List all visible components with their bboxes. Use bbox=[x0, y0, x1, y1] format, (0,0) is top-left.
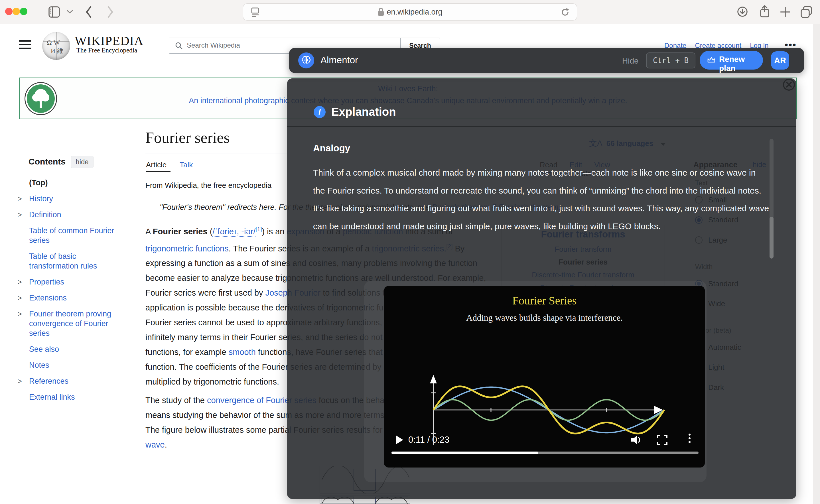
share-icon[interactable] bbox=[759, 5, 770, 19]
sidebar-item-label[interactable]: Definition bbox=[29, 210, 61, 219]
renew-plan-label: Renew plan bbox=[719, 55, 763, 73]
video-progress-fill bbox=[391, 452, 538, 454]
video-time: 0:11 / 0:23 bbox=[408, 435, 449, 445]
panel-scrollbar-thumb[interactable] bbox=[770, 217, 774, 259]
reload-icon[interactable] bbox=[560, 7, 570, 17]
explanation-section-heading: Analogy bbox=[313, 143, 350, 154]
sidebar-item-see-also[interactable]: See also bbox=[18, 344, 126, 354]
lock-icon bbox=[377, 8, 384, 16]
sidebar-item-label[interactable]: Table of common Fourier series bbox=[29, 226, 114, 245]
article-link[interactable]: trigonometric functions bbox=[145, 244, 229, 253]
expand-chevron-icon[interactable]: > bbox=[18, 277, 22, 287]
article-link[interactable]: [1] bbox=[255, 226, 262, 232]
contents-heading: Contents bbox=[29, 157, 66, 166]
expand-chevron-icon[interactable]: > bbox=[18, 309, 22, 319]
sidebar-item-label[interactable]: External links bbox=[29, 393, 75, 401]
video-menu-icon[interactable] bbox=[689, 434, 691, 443]
almentor-logo bbox=[298, 52, 314, 68]
pronunciation-link[interactable]: /ˈfʊrieɪ, -iər/ bbox=[212, 227, 255, 237]
sidebar-item-table-of-common-fourier-series[interactable]: Table of common Fourier series bbox=[18, 226, 126, 245]
explanation-title: Explanation bbox=[331, 105, 396, 118]
screenshot-root: en.wikipedia.org bbox=[0, 0, 820, 504]
globe-glyphs: Ω W bbox=[47, 39, 60, 46]
tab-talk[interactable]: Talk bbox=[180, 160, 193, 169]
sidebar-item-label[interactable]: Notes bbox=[29, 361, 49, 369]
almentor-bar: Almentor Hide Ctrl + B Renew plan AR bbox=[289, 48, 804, 73]
window-right-edge bbox=[813, 24, 820, 504]
globe-glyphs2: И 維 bbox=[51, 47, 63, 55]
renew-plan-button[interactable]: Renew plan bbox=[700, 51, 763, 70]
sidebar-item-label[interactable]: Properties bbox=[29, 278, 64, 286]
article-link[interactable]: smooth bbox=[229, 347, 256, 357]
sidebar-chevron-icon[interactable] bbox=[66, 9, 74, 14]
browser-toolbar: en.wikipedia.org bbox=[0, 0, 820, 24]
sidebar-toggle-icon[interactable] bbox=[48, 6, 61, 18]
sidebar-item-label[interactable]: Table of basic transformation rules bbox=[29, 252, 97, 270]
expand-chevron-icon[interactable]: > bbox=[18, 293, 22, 303]
new-tab-icon[interactable] bbox=[780, 7, 790, 17]
wikipedia-globe-logo[interactable]: Ω W И 維 bbox=[42, 32, 70, 60]
page-title: Fourier series bbox=[145, 129, 230, 147]
sidebar-item-label[interactable]: Fourier theorem proving convergence of F… bbox=[29, 310, 111, 338]
crown-icon bbox=[707, 56, 716, 64]
tab-article[interactable]: Article bbox=[146, 160, 167, 169]
tab-article-underline bbox=[146, 171, 171, 172]
sidebar-item-history[interactable]: >History bbox=[18, 194, 126, 204]
video-player[interactable]: Fourier Series Adding waves builds shape… bbox=[384, 286, 705, 468]
sidebar-item-definition[interactable]: >Definition bbox=[18, 210, 126, 220]
forward-button[interactable] bbox=[106, 5, 115, 19]
from-wikipedia-line: From Wikipedia, the free encyclopedia bbox=[145, 181, 271, 190]
sidebar-item-label[interactable]: References bbox=[29, 377, 68, 385]
downloads-icon[interactable] bbox=[737, 6, 748, 17]
info-icon: i bbox=[314, 106, 326, 118]
sidebar-item-references[interactable]: >References bbox=[18, 376, 126, 386]
fullscreen-icon[interactable] bbox=[657, 435, 667, 445]
volume-icon[interactable] bbox=[630, 434, 642, 446]
sidebar-item-external-links[interactable]: External links bbox=[18, 392, 126, 402]
sidebar-item-table-of-basic-transformation-[interactable]: Table of basic transformation rules bbox=[18, 251, 126, 271]
sidebar-item-properties[interactable]: >Properties bbox=[18, 277, 126, 287]
explanation-body: Think of a complex musical chord made by… bbox=[313, 164, 769, 235]
traffic-light-zoom[interactable] bbox=[20, 8, 27, 15]
back-button[interactable] bbox=[84, 5, 93, 19]
url-text: en.wikipedia.org bbox=[387, 8, 442, 16]
explanation-header-divider bbox=[287, 126, 796, 127]
play-button[interactable] bbox=[396, 435, 403, 444]
video-progress-track[interactable] bbox=[391, 452, 699, 454]
wikipedia-tagline: The Free Encyclopedia bbox=[76, 47, 137, 54]
sidebar-item-label[interactable]: See also bbox=[29, 345, 59, 353]
contents-divider bbox=[29, 173, 125, 173]
hamburger-icon[interactable] bbox=[19, 40, 31, 50]
avatar[interactable]: AR bbox=[771, 51, 789, 70]
traffic-light-minimize[interactable] bbox=[13, 8, 20, 15]
tab-overview-icon[interactable] bbox=[800, 5, 813, 19]
almentor-brand: Almentor bbox=[320, 55, 358, 66]
traffic-light-close[interactable] bbox=[5, 8, 13, 15]
search-icon bbox=[175, 42, 183, 50]
sidebar-item-fourier-theorem-proving-conver[interactable]: >Fourier theorem proving convergence of … bbox=[18, 309, 126, 338]
expand-chevron-icon[interactable]: > bbox=[18, 194, 22, 204]
wikipedia-wordmark[interactable]: WIKIPEDIA bbox=[75, 34, 143, 48]
expand-chevron-icon[interactable]: > bbox=[18, 376, 22, 386]
sidebar-item-extensions[interactable]: >Extensions bbox=[18, 293, 126, 303]
shortcut-keycap: Ctrl + B bbox=[646, 52, 695, 68]
almentor-hide-button[interactable]: Hide bbox=[622, 56, 639, 66]
sidebar-item-label[interactable]: Extensions bbox=[29, 294, 67, 302]
contents-hide-button[interactable]: hide bbox=[71, 156, 94, 168]
sidebar-item-label[interactable]: History bbox=[29, 194, 53, 203]
sidebar-item--top-[interactable]: (Top) bbox=[18, 178, 126, 188]
brain-icon bbox=[301, 55, 311, 66]
contents-list: (Top)>History>DefinitionTable of common … bbox=[18, 178, 126, 408]
explanation-panel: i Explanation Analogy Think of a complex… bbox=[287, 78, 796, 499]
expand-chevron-icon[interactable]: > bbox=[18, 210, 22, 220]
close-icon[interactable] bbox=[782, 78, 795, 91]
panel-scrollbar-track[interactable] bbox=[770, 139, 774, 259]
sidebar-item-notes[interactable]: Notes bbox=[18, 360, 126, 370]
sidebar-item-label[interactable]: (Top) bbox=[29, 178, 48, 187]
address-bar[interactable]: en.wikipedia.org bbox=[243, 3, 577, 21]
search-placeholder: Search Wikipedia bbox=[187, 41, 240, 49]
